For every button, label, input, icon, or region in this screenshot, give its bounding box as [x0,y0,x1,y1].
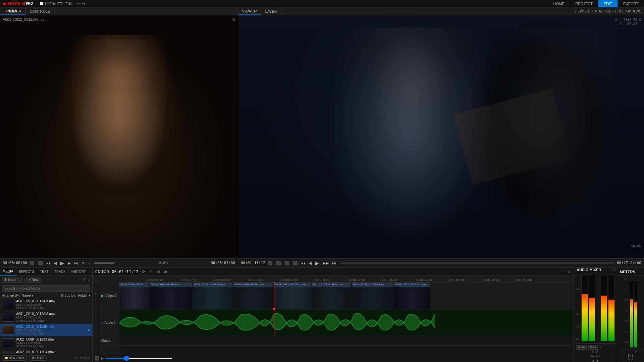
arrange-dropdown[interactable]: Name ▾ [22,294,33,297]
db-label-60: -60 [575,338,579,341]
tab-text[interactable]: TEXT [37,268,52,276]
play-button[interactable]: ▶ [59,260,65,266]
tab-layer[interactable]: LAYER [261,7,281,15]
redo-button[interactable]: ↪ [82,1,85,6]
viewer-step-fwd[interactable]: ⏭ [331,260,337,266]
master-meter-r-fill [608,300,614,341]
viewer-ripple[interactable]: ⬛ [292,260,299,266]
media-item-info: A001_C012_09123F.mov 6144 x 2592 pixels … [16,325,85,335]
viewer-timecode-left: 00:01:11:12 [241,261,265,265]
solo-button[interactable]: Solo [588,345,598,350]
main-meter-r-fill [634,302,637,347]
media-item-star[interactable]: ☆ [87,303,90,306]
timeline-play-bar[interactable]: ▶ [101,356,104,361]
trimmer-settings-button[interactable]: ⚙ [232,17,236,22]
media-item[interactable]: A001_C010_0912AM.mov 6144 x 2592 pixels … [0,298,92,311]
loop-button[interactable]: ↺ [80,260,86,266]
viewer-frame-back[interactable]: ◀ [308,260,313,266]
nav-tab-edit[interactable]: EDIT [598,0,618,7]
new-button[interactable]: + New [26,277,41,283]
trim-scrubber[interactable] [94,262,114,264]
step-back-button[interactable]: ⏮ [45,260,51,266]
trimmer-filename: A001_C012_09123F.mov [3,17,44,21]
editor-close-button[interactable]: ✕ [568,269,571,274]
tab-effects[interactable]: EFFECTS [16,268,38,276]
editor-btn-2[interactable]: ⊕ [149,269,153,275]
media-item-meta2: 00:00:03:00 @ 25fps [16,332,85,335]
timeline-clip[interactable]: A010_C014_913WV.mov [312,283,352,309]
tab-trimmer[interactable]: TRIMMER [0,7,25,15]
editor-panel: EDITOR 00:01:11:12 ⟳ ⊕ ⊗ ⇄ ✕ 00:01:06:00… [93,268,574,362]
tab-controls[interactable]: CONTROLS [25,7,54,15]
media-item[interactable]: A002_C018_0912E4.mov 6144 x 2592 pixels … [0,349,92,354]
timeline-ctrl-2[interactable]: ≡ [93,291,99,296]
viewer-frame-fwd[interactable]: ▶▶ [322,260,330,266]
new-folder-button[interactable]: 📁 New Folder [2,355,27,361]
timeline-clip[interactable]: A008_C031_9130DU.mov [274,283,311,309]
ruler-mark: 00:01:11:00 [314,278,347,282]
nav-tab-export[interactable]: EXPORT [618,0,644,7]
trimmer-tabs: TRIMMER CONTROLS [0,7,238,15]
frame-back-button[interactable]: ◀ [53,260,58,266]
file-name: HitFilm EDL Edit [45,2,72,6]
mark-out-button[interactable]: ⬛ [37,260,44,266]
clip-label: A010_C016_9133U.mov [233,283,273,287]
nav-tab-home[interactable]: HOME [548,0,570,7]
editor-btn-3[interactable]: ⊗ [156,269,161,275]
monitor-icon: ● [599,346,601,349]
editor-btn-4[interactable]: ⇄ [163,269,168,275]
viewer-step-back[interactable]: ⏮ [300,260,306,266]
media-item-selected[interactable]: A001_C012_09123F.mov 6144 x 2592 pixels … [0,324,92,337]
media-item-star[interactable]: ☆ [87,341,90,345]
mute-button[interactable]: Mute [576,345,587,350]
viewer-play[interactable]: ▶ [314,260,320,266]
timeline-zoom-slider[interactable] [105,358,172,359]
media-item-star[interactable]: ☆ [87,315,90,319]
list-toggle-button[interactable]: ≡ [88,278,90,282]
tab-history[interactable]: HISTORY [69,268,89,276]
timeline-zoom-in[interactable]: ⬛ [95,356,100,361]
timeline-ctrl-1[interactable]: ⋮ [93,284,99,289]
master-db-value: 0.0 [576,360,615,362]
group-dropdown[interactable]: Folder ▾ [78,294,90,297]
tab-media[interactable]: MEDIA [0,268,16,276]
media-item[interactable]: A002_C008_09129X.mov 6144 x 2592 pixels … [0,337,92,349]
delete-button[interactable]: 🗑 Delete [30,355,47,361]
viewer-tabs: VIEWER LAYER VIEW: 2D LOCAL RGB FULL OPT… [238,7,644,15]
timeline-clip[interactable]: A006_C019_9124T.mov [119,283,149,309]
nav-tab-project[interactable]: PROJECT [570,0,598,7]
meter-db-scale: 12 0 -12 -24 -36 -48 -60 [624,277,628,344]
editor-btn-1[interactable]: ⟳ [141,269,146,275]
viewer-scrubber[interactable] [340,262,614,264]
media-search-input[interactable] [2,285,90,292]
insert-button[interactable]: ⬦ [87,260,92,266]
viewer-mark-in[interactable]: ⬛ [267,260,274,266]
view-toggle-button[interactable]: ⊞ [83,278,87,282]
media-item[interactable]: A001_C010_0912AM.mov 6144 x 2592 pixels … [0,311,92,324]
undo-button[interactable]: ↩ [77,1,80,6]
mark-in-button[interactable]: ⬛ [29,260,36,266]
file-icon: 📄 [40,2,44,5]
tab-track[interactable]: TRACK [52,268,69,276]
mixer-channels: 0 -12 -24 -36 -48 -60 [574,272,617,343]
timeline-clip[interactable]: A008_C031_9130DU.mov [193,283,233,309]
viewer-snap[interactable]: ⬛ [283,260,290,266]
timeline-clip[interactable]: A006_C019_91286.mov [150,283,193,309]
scene-lighting [238,15,644,258]
forehead-area [83,52,155,88]
import-button[interactable]: ⬇ Import... [2,277,22,283]
media-item-star[interactable]: ★ [87,328,90,332]
timeline-clip[interactable]: A010_C007_9135AS.mov [352,283,393,309]
timeline-ctrl-3[interactable]: + [93,297,99,303]
frame-forward-button[interactable]: ▶ [67,260,72,266]
viewer-settings-button[interactable]: ⚙ [638,17,642,22]
timeline-clip[interactable]: A008_C031_9130DU.mov [394,283,430,309]
step-forward-button[interactable]: ⏭ [73,260,79,266]
video-track: A006_C019_9124T.mov A006_C019_91286.mov … [119,283,574,309]
media-item-info: A001_C010_0912AM.mov 6144 x 2592 pixels … [16,312,85,322]
editor-title: EDITOR [95,270,109,274]
timeline-clip[interactable]: A010_C016_9133U.mov [233,283,273,309]
viewer-record[interactable]: ⬛ [275,260,282,266]
meter-l [581,274,588,341]
tab-viewer[interactable]: VIEWER [238,7,261,15]
